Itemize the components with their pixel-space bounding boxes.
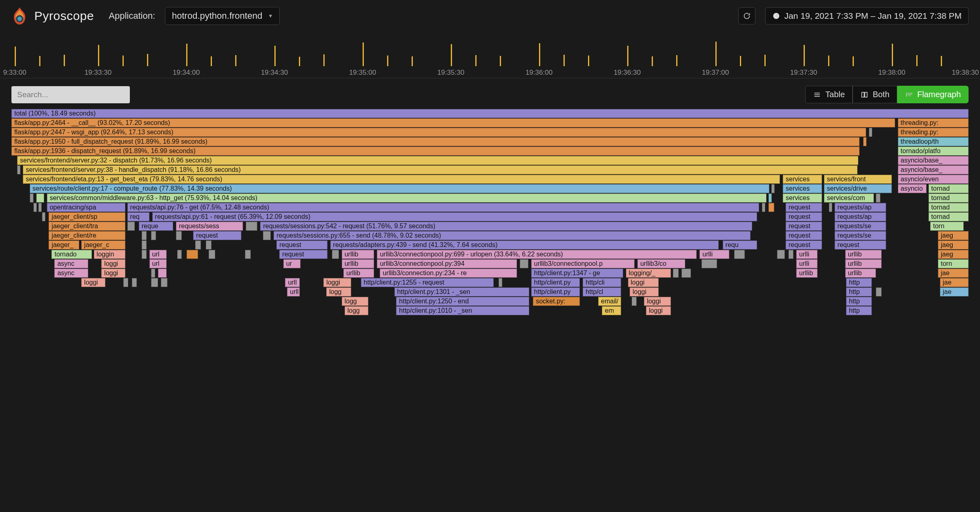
flame-bar[interactable]: services/front [824, 175, 892, 184]
flame-bar[interactable]: loggin [94, 250, 125, 259]
flame-bar[interactable]: asyncio/base_ [898, 156, 969, 165]
flame-bar[interactable]: opentracing/spa [47, 203, 125, 212]
flame-bar[interactable]: services/common/middleware.py:63 - http_… [47, 194, 767, 203]
flame-bar[interactable] [36, 194, 44, 203]
flame-bar[interactable]: threading.py: [898, 118, 969, 127]
flame-bar[interactable] [158, 269, 167, 278]
application-dropdown[interactable]: hotrod.python.frontend ▼ [165, 7, 280, 25]
flame-bar[interactable]: request [786, 240, 822, 249]
flame-bar[interactable]: jaeger_client/tra [49, 222, 125, 231]
flame-bar[interactable] [768, 194, 772, 203]
flame-bar[interactable]: jae [940, 287, 969, 296]
flame-bar[interactable] [151, 231, 156, 240]
flame-bar[interactable] [206, 240, 212, 249]
flame-bar[interactable]: loggi [323, 278, 351, 287]
flame-bar[interactable]: requests/ap [835, 203, 886, 212]
flame-bar[interactable]: logging/_ [626, 269, 671, 278]
flame-bar[interactable]: jaeger_client/sp [49, 212, 125, 221]
flame-bar[interactable] [127, 222, 135, 231]
flame-bar[interactable]: urllib [845, 259, 882, 268]
flame-bar[interactable]: jaeg [938, 240, 969, 249]
flame-bar[interactable] [632, 297, 637, 306]
flame-bar[interactable]: req [127, 212, 149, 221]
flame-bar[interactable]: logg [326, 287, 351, 296]
flame-bar[interactable]: request [276, 240, 327, 249]
flame-bar[interactable]: socket.py: [533, 297, 580, 306]
flame-bar[interactable]: tornad [929, 184, 969, 193]
flame-bar[interactable] [142, 250, 147, 259]
flame-bar[interactable] [42, 212, 45, 221]
flame-bar[interactable]: services/route/client.py:17 - compute_ro… [30, 184, 770, 193]
flame-bar[interactable]: urllib [342, 250, 374, 259]
flame-bar[interactable]: http [846, 278, 872, 287]
flame-bar[interactable] [682, 269, 691, 278]
flame-bar[interactable] [246, 222, 257, 231]
flame-bar[interactable]: loggi [630, 287, 658, 296]
flame-bar[interactable]: request [835, 240, 886, 249]
flame-bar[interactable]: requests/se [835, 222, 886, 231]
flame-bar[interactable]: threading.py: [898, 128, 969, 137]
flame-bar[interactable] [734, 250, 745, 259]
flame-bar[interactable]: url [149, 250, 167, 259]
flame-bar[interactable]: urllib3/co [637, 259, 685, 268]
flame-bar[interactable] [702, 259, 717, 268]
flame-bar[interactable]: tornad [929, 212, 969, 221]
flame-bar[interactable] [176, 231, 182, 240]
refresh-button[interactable] [738, 7, 755, 24]
flame-bar[interactable] [195, 240, 201, 249]
flame-bar[interactable]: services [783, 175, 822, 184]
flame-bar[interactable]: em [602, 306, 621, 315]
flame-bar[interactable]: requests/ap [835, 212, 886, 221]
flame-bar[interactable]: urllib [796, 269, 817, 278]
flame-bar[interactable]: jaeg [938, 250, 969, 259]
both-view-button[interactable]: Both [853, 86, 897, 103]
flame-bar[interactable]: urllib [343, 269, 374, 278]
flame-bar[interactable]: requests/adapters.py:439 - send (41.32%,… [330, 240, 719, 249]
flame-bar[interactable]: jaeger_client/re [49, 231, 125, 240]
flame-bar[interactable]: urllib [845, 269, 876, 278]
flame-bar[interactable]: services [783, 194, 822, 203]
flame-bar[interactable]: http/client.py [531, 278, 580, 287]
flame-bar[interactable]: tornad [929, 194, 969, 203]
flame-bar[interactable]: services/frontend/server.py:38 - handle_… [23, 165, 858, 174]
flame-bar[interactable]: loggi [628, 278, 659, 287]
flame-bar[interactable]: tornado/platfo [898, 147, 969, 156]
flame-bar[interactable]: http [846, 306, 872, 315]
flame-bar[interactable]: urllib3/connection.py:234 - re [380, 269, 517, 278]
flame-bar[interactable]: jae [938, 269, 969, 278]
flame-bar[interactable] [142, 240, 147, 249]
flame-bar[interactable]: requests/se [835, 231, 886, 240]
flame-bar[interactable] [876, 287, 882, 296]
flame-bar[interactable]: torn [938, 259, 969, 268]
flame-bar[interactable]: torn [930, 222, 964, 231]
flame-bar[interactable]: request [786, 231, 822, 240]
flame-bar[interactable]: urlli [796, 259, 817, 268]
flame-bar[interactable] [520, 259, 528, 268]
flame-bar[interactable]: loggi [101, 269, 125, 278]
flame-bar[interactable] [777, 250, 785, 259]
flame-bar[interactable] [499, 278, 502, 287]
flame-bar[interactable]: http/client.py:1250 - end [396, 297, 529, 306]
flame-bar[interactable]: services/frontend/eta.py:13 - get_best_e… [23, 175, 780, 184]
flame-bar[interactable]: requests/sess [176, 222, 243, 231]
flame-bar[interactable]: total (100%, 18.49 seconds) [11, 109, 969, 118]
flame-bar[interactable]: async [54, 259, 88, 268]
flame-bar[interactable]: loggi [81, 278, 105, 287]
flame-bar[interactable] [245, 250, 251, 259]
flame-bar[interactable] [673, 269, 679, 278]
flame-bar[interactable]: urll [287, 287, 299, 296]
flame-bar[interactable] [161, 278, 167, 287]
flame-bar[interactable]: services [783, 184, 822, 193]
flame-bar[interactable]: urll [285, 278, 299, 287]
flame-bar[interactable] [151, 278, 158, 287]
flame-bar[interactable]: tornado [51, 250, 91, 259]
flame-bar[interactable]: urllib3/connectionpool.p [531, 259, 635, 268]
flame-bar[interactable]: http/cl [583, 287, 621, 296]
flame-bar[interactable]: urlli [796, 250, 817, 259]
flame-bar[interactable]: requests/sessions.py:542 - request (51.7… [260, 222, 752, 231]
flame-bar[interactable] [33, 203, 37, 212]
search-input[interactable] [11, 86, 130, 103]
flame-bar[interactable]: services/com [824, 194, 874, 203]
flame-bar[interactable]: flask/app.py:2447 - wsgi_app (92.64%, 17… [11, 128, 866, 137]
flame-bar[interactable] [771, 184, 775, 193]
